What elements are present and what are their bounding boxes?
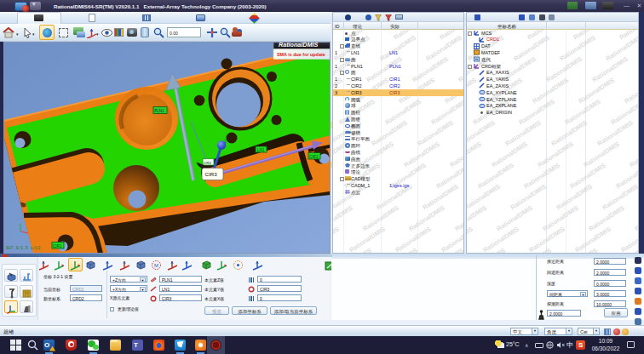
svg-text:RationalDMIS: RationalDMIS (279, 42, 319, 49)
svg-text:CIR2: CIR2 (309, 155, 319, 159)
svg-text:DR3: DR3 (204, 161, 211, 165)
svg-text:CIR3: CIR3 (205, 171, 218, 177)
svg-text:SMA is due for update: SMA is due for update (277, 52, 325, 57)
svg-text:LN1: LN1 (257, 148, 265, 152)
svg-text:CIR1: CIR1 (53, 244, 62, 248)
svg-text:987.9/1.5 i/p3: 987.9/1.5 i/p3 (6, 246, 40, 250)
svg-text:M: M (154, 263, 158, 268)
svg-text:2: 2 (224, 139, 227, 144)
svg-text:PLN1: PLN1 (154, 109, 164, 113)
